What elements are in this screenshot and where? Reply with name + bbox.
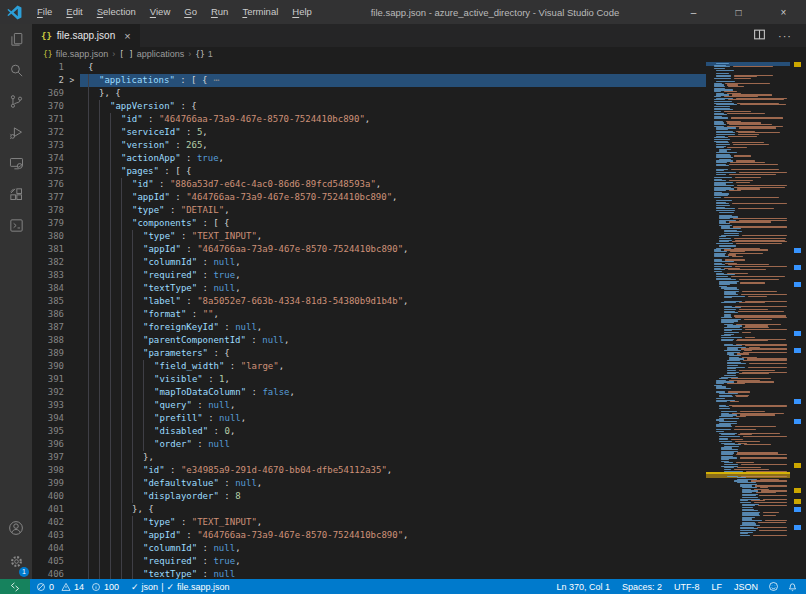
- problems-indicator[interactable]: 0 14 100: [30, 582, 125, 592]
- code-line-396[interactable]: 396"order" : null: [32, 438, 706, 451]
- fold-gutter: [64, 555, 80, 568]
- menu-item-edit[interactable]: Edit: [59, 0, 89, 24]
- breadcrumb-segment-applications[interactable]: [ ]applications: [119, 49, 184, 59]
- notifications-bell-icon[interactable]: [783, 581, 806, 592]
- code-line-371[interactable]: 371"id" : "464766aa-73a9-467e-8570-75244…: [32, 113, 706, 126]
- code-line-397[interactable]: 397},: [32, 451, 706, 464]
- code-line-369[interactable]: 369}, {: [32, 87, 706, 100]
- line-number: 377: [32, 191, 64, 204]
- menu-item-selection[interactable]: Selection: [90, 0, 143, 24]
- fold-gutter: [64, 464, 80, 477]
- code-line-386[interactable]: 386"format" : "",: [32, 308, 706, 321]
- code-line-381[interactable]: 381"appId" : "464766aa-73a9-467e-8570-75…: [32, 243, 706, 256]
- code-line-376[interactable]: 376"id" : "886a53d7-e64c-4ac0-86d6-89fcd…: [32, 178, 706, 191]
- code-line-1[interactable]: 1{: [32, 61, 706, 74]
- code-line-394[interactable]: 394"prefill" : null,: [32, 412, 706, 425]
- code-text: "id" : "886a53d7-e64c-4ac0-86d6-89fcd548…: [132, 178, 381, 191]
- code-line-382[interactable]: 382"columnId" : null,: [32, 256, 706, 269]
- code-line-392[interactable]: 392"mapToDataColumn" : false,: [32, 386, 706, 399]
- code-line-401[interactable]: 401}, {: [32, 503, 706, 516]
- minimize-button[interactable]: –: [671, 0, 716, 24]
- indentation-setting[interactable]: Spaces: 2: [616, 582, 668, 592]
- code-line-404[interactable]: 404"columnId" : null,: [32, 542, 706, 555]
- line-content: "columnId" : null,: [80, 256, 706, 269]
- code-line-400[interactable]: 400"displayorder" : 8: [32, 490, 706, 503]
- menu-item-run[interactable]: Run: [204, 0, 235, 24]
- line-content: "parameters" : {: [80, 347, 706, 360]
- menu-item-help[interactable]: Help: [285, 0, 319, 24]
- settings-gear-icon[interactable]: 1: [0, 543, 32, 579]
- code-line-385[interactable]: 385"label" : "8a5052e7-663b-4334-81d3-54…: [32, 295, 706, 308]
- code-line-375[interactable]: 375"pages" : [ {: [32, 165, 706, 178]
- code-line-374[interactable]: 374"actionApp" : true,: [32, 152, 706, 165]
- indent-guides: [88, 178, 132, 191]
- menu-item-terminal[interactable]: Terminal: [235, 0, 285, 24]
- code-line-406[interactable]: 406"textType" : null: [32, 568, 706, 579]
- menu-item-view[interactable]: View: [143, 0, 177, 24]
- code-text: "prefill" : null,: [154, 412, 246, 425]
- code-text: }, {: [132, 503, 154, 516]
- code-line-387[interactable]: 387"foreignKeyId" : null,: [32, 321, 706, 334]
- explorer-icon[interactable]: [0, 24, 32, 55]
- language-mode[interactable]: JSON: [728, 582, 764, 592]
- code-line-391[interactable]: 391"visible" : 1,: [32, 373, 706, 386]
- code-line-384[interactable]: 384"textType" : null,: [32, 282, 706, 295]
- search-icon[interactable]: [0, 55, 32, 86]
- menu-item-file[interactable]: File: [30, 0, 59, 24]
- menu-item-go[interactable]: Go: [177, 0, 204, 24]
- close-button[interactable]: ×: [761, 0, 806, 24]
- tab-close-icon[interactable]: ×: [124, 30, 130, 42]
- code-line-372[interactable]: 372"serviceId" : 5,: [32, 126, 706, 139]
- source-control-icon[interactable]: [0, 86, 32, 117]
- code-line-2[interactable]: 2>"applications" : [ { ⋯: [32, 74, 706, 87]
- indent-guides: [88, 464, 143, 477]
- line-number: 371: [32, 113, 64, 126]
- code-line-403[interactable]: 403"appId" : "464766aa-73a9-467e-8570-75…: [32, 529, 706, 542]
- code-line-389[interactable]: 389"parameters" : {: [32, 347, 706, 360]
- code-line-377[interactable]: 377"appId" : "464766aa-73a9-467e-8570-75…: [32, 191, 706, 204]
- accounts-icon[interactable]: [0, 512, 32, 543]
- line-number: 387: [32, 321, 64, 334]
- minimap[interactable]: [706, 61, 790, 579]
- line-number: 395: [32, 425, 64, 438]
- code-line-380[interactable]: 380"type" : "TEXT_INPUT",: [32, 230, 706, 243]
- breadcrumb-segment-1[interactable]: {}1: [195, 49, 213, 59]
- code-editor[interactable]: 1{2>"applications" : [ { ⋯369}, {370"app…: [32, 61, 806, 579]
- code-line-402[interactable]: 402"type" : "TEXT_INPUT",: [32, 516, 706, 529]
- split-editor-icon[interactable]: [753, 27, 766, 45]
- extensions-icon[interactable]: [0, 179, 32, 210]
- code-line-370[interactable]: 370"appVersion" : {: [32, 100, 706, 113]
- code-line-395[interactable]: 395"disabled" : 0,: [32, 425, 706, 438]
- code-line-379[interactable]: 379"components" : [ {: [32, 217, 706, 230]
- json-validator-status[interactable]: ✓ json | ✓ file.sapp.json: [125, 582, 236, 592]
- run-debug-icon[interactable]: [0, 117, 32, 148]
- code-line-373[interactable]: 373"version" : 265,: [32, 139, 706, 152]
- code-line-390[interactable]: 390"field_width" : "large",: [32, 360, 706, 373]
- eol-setting[interactable]: LF: [705, 582, 728, 592]
- code-line-398[interactable]: 398"id" : "e34985a9-291d-4670-bb04-dfbe5…: [32, 464, 706, 477]
- remote-explorer-icon[interactable]: [0, 148, 32, 179]
- code-line-405[interactable]: 405"required" : true,: [32, 555, 706, 568]
- maximize-button[interactable]: □: [716, 0, 761, 24]
- cursor-position[interactable]: Ln 370, Col 1: [550, 582, 616, 592]
- fold-chevron-icon[interactable]: >: [64, 74, 80, 87]
- code-line-388[interactable]: 388"parentComponentId" : null,: [32, 334, 706, 347]
- overview-ruler[interactable]: [790, 61, 806, 579]
- settings-badge: 1: [19, 567, 29, 577]
- remote-indicator[interactable]: [0, 579, 30, 594]
- feedback-smiley-icon[interactable]: [764, 581, 783, 592]
- code-line-393[interactable]: 393"query" : null,: [32, 399, 706, 412]
- tab-file-sapp-json[interactable]: {} file.sapp.json ×: [32, 24, 140, 47]
- code-line-399[interactable]: 399"defaultvalue" : null,: [32, 477, 706, 490]
- breadcrumb-segment-file.sapp.json[interactable]: {}file.sapp.json: [43, 49, 108, 59]
- line-content: "id" : "886a53d7-e64c-4ac0-86d6-89fcd548…: [80, 178, 706, 191]
- remote-terminal-icon[interactable]: [0, 210, 32, 241]
- code-line-383[interactable]: 383"required" : true,: [32, 269, 706, 282]
- encoding-setting[interactable]: UTF-8: [668, 582, 706, 592]
- code-line-378[interactable]: 378"type" : "DETAIL",: [32, 204, 706, 217]
- line-content: "type" : "DETAIL",: [80, 204, 706, 217]
- more-actions-icon[interactable]: ···: [778, 30, 792, 42]
- code-text: "format" : "",: [143, 308, 219, 321]
- tab-label: file.sapp.json: [57, 30, 115, 41]
- line-content: "format" : "",: [80, 308, 706, 321]
